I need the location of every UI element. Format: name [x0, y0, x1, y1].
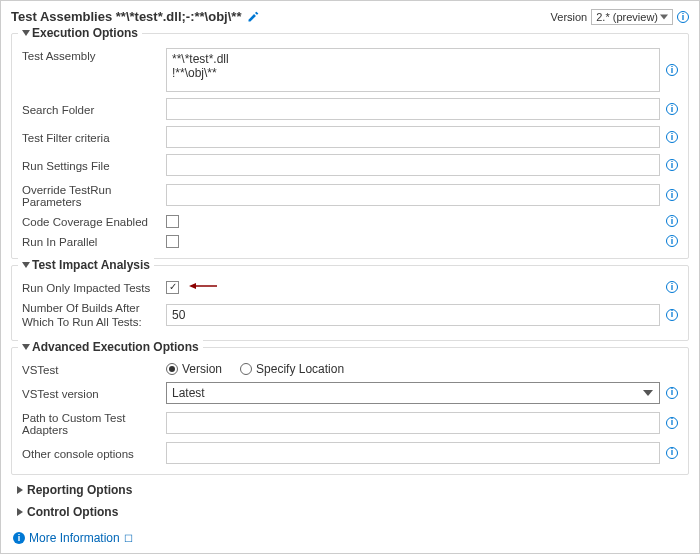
section-header-advanced[interactable]: Advanced Execution Options [18, 340, 203, 354]
section-title: Control Options [27, 505, 118, 519]
info-icon[interactable]: i [666, 417, 678, 429]
row-test-assembly: Test Assembly i [22, 48, 678, 92]
section-control-collapsed[interactable]: Control Options [11, 503, 689, 521]
select-vstest-version[interactable]: Latest [166, 382, 660, 404]
header-bar: Test Assemblies **\*test*.dll;-:**\obj\*… [11, 9, 689, 25]
radio-label: Specify Location [256, 362, 344, 376]
section-title: Reporting Options [27, 483, 132, 497]
radio-item-version[interactable]: Version [166, 362, 222, 376]
label-override-params: Override TestRun Parameters [22, 182, 160, 208]
version-select[interactable]: 2.* (preview) [591, 9, 673, 25]
radio-group-vstest: Version Specify Location [166, 362, 344, 376]
radio-specify [240, 363, 252, 375]
section-test-impact: Test Impact Analysis Run Only Impacted T… [11, 265, 689, 341]
row-custom-adapters: Path to Custom Test Adapters i [22, 410, 678, 436]
caret-right-icon [17, 508, 23, 516]
info-icon[interactable]: i [666, 215, 678, 227]
info-icon[interactable]: i [666, 64, 678, 76]
row-test-filter: Test Filter criteria i [22, 126, 678, 148]
page-title: Test Assemblies **\*test*.dll;-:**\obj\*… [11, 9, 241, 24]
info-icon[interactable]: i [666, 235, 678, 247]
input-run-settings[interactable] [166, 154, 660, 176]
section-title: Execution Options [32, 26, 138, 40]
page-title-wrap: Test Assemblies **\*test*.dll;-:**\obj\*… [11, 9, 259, 24]
info-icon[interactable]: i [666, 131, 678, 143]
external-link-icon: ☐ [124, 533, 133, 544]
caret-down-icon [22, 262, 30, 268]
more-information-link[interactable]: i More Information ☐ [13, 531, 133, 545]
label-test-assembly: Test Assembly [22, 48, 160, 62]
caret-down-icon [22, 344, 30, 350]
caret-right-icon [17, 486, 23, 494]
edit-icon[interactable] [247, 11, 259, 23]
label-custom-adapters: Path to Custom Test Adapters [22, 410, 160, 436]
row-run-settings: Run Settings File i [22, 154, 678, 176]
section-title: Advanced Execution Options [32, 340, 199, 354]
info-icon[interactable]: i [666, 447, 678, 459]
row-console-options: Other console options i [22, 442, 678, 464]
label-search-folder: Search Folder [22, 102, 160, 116]
select-value: Latest [172, 386, 205, 400]
row-search-folder: Search Folder i [22, 98, 678, 120]
info-icon[interactable]: i [666, 387, 678, 399]
info-icon[interactable]: i [666, 103, 678, 115]
label-run-parallel: Run In Parallel [22, 234, 160, 248]
label-vstest: VSTest [22, 362, 160, 376]
more-info-label: More Information [29, 531, 120, 545]
input-console-options[interactable] [166, 442, 660, 464]
section-execution-options: Execution Options Test Assembly i Search… [11, 33, 689, 259]
info-icon[interactable]: i [666, 309, 678, 321]
label-run-impacted: Run Only Impacted Tests [22, 280, 160, 294]
row-run-impacted: Run Only Impacted Tests i [22, 280, 678, 294]
radio-item-specify[interactable]: Specify Location [240, 362, 344, 376]
version-area: Version 2.* (preview) i [551, 9, 689, 25]
checkbox-run-impacted[interactable] [166, 281, 179, 294]
input-test-assembly[interactable] [166, 48, 660, 92]
row-override-params: Override TestRun Parameters i [22, 182, 678, 208]
radio-label: Version [182, 362, 222, 376]
arrow-icon [189, 280, 217, 294]
info-icon[interactable]: i [677, 11, 689, 23]
info-icon[interactable]: i [666, 281, 678, 293]
section-reporting-collapsed[interactable]: Reporting Options [11, 481, 689, 499]
section-header-execution[interactable]: Execution Options [18, 26, 142, 40]
checkbox-run-parallel[interactable] [166, 235, 179, 248]
label-code-coverage: Code Coverage Enabled [22, 214, 160, 228]
section-title: Test Impact Analysis [32, 258, 150, 272]
checkbox-code-coverage[interactable] [166, 215, 179, 228]
label-num-builds: Number Of Builds After Which To Run All … [22, 300, 160, 330]
label-test-filter: Test Filter criteria [22, 130, 160, 144]
version-value: 2.* (preview) [596, 11, 658, 23]
row-run-parallel: Run In Parallel i [22, 234, 678, 248]
info-icon[interactable]: i [666, 159, 678, 171]
caret-down-icon [22, 30, 30, 36]
label-run-settings: Run Settings File [22, 158, 160, 172]
row-num-builds: Number Of Builds After Which To Run All … [22, 300, 678, 330]
info-filled-icon: i [13, 532, 25, 544]
row-vstest-version: VSTest version Latest i [22, 382, 678, 404]
radio-version [166, 363, 178, 375]
input-num-builds[interactable] [166, 304, 660, 326]
row-code-coverage: Code Coverage Enabled i [22, 214, 678, 228]
input-test-filter[interactable] [166, 126, 660, 148]
info-icon[interactable]: i [666, 189, 678, 201]
input-custom-adapters[interactable] [166, 412, 660, 434]
section-header-test-impact[interactable]: Test Impact Analysis [18, 258, 154, 272]
input-override-params[interactable] [166, 184, 660, 206]
label-vstest-version: VSTest version [22, 386, 160, 400]
row-vstest: VSTest Version Specify Location [22, 362, 678, 376]
label-console-options: Other console options [22, 446, 160, 460]
svg-marker-1 [189, 283, 196, 289]
version-label: Version [551, 11, 588, 23]
section-advanced: Advanced Execution Options VSTest Versio… [11, 347, 689, 475]
input-search-folder[interactable] [166, 98, 660, 120]
